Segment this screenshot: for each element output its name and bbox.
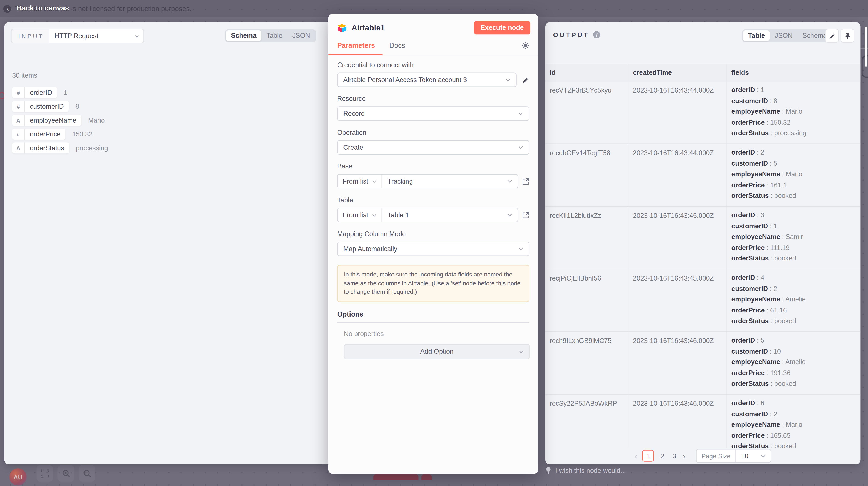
field-kv-line: orderID : 6	[732, 400, 857, 406]
field-separator: :	[755, 211, 761, 219]
field-kv-line: orderPrice : 165.65	[732, 432, 857, 439]
zoom-out-button[interactable]	[78, 464, 96, 482]
zoom-in-button[interactable]	[57, 464, 75, 482]
tab-parameters[interactable]: Parameters	[337, 41, 375, 55]
field-value: processing	[774, 129, 806, 137]
edit-credential-pencil-icon[interactable]	[522, 76, 529, 84]
cell-createdtime: 2023-10-16T16:43:46.000Z	[628, 332, 727, 394]
cell-id: recVTZF3rB5Yc5kyu	[546, 81, 628, 143]
chevron-down-icon	[372, 180, 376, 183]
chevron-down-icon	[505, 78, 510, 82]
field-value: Mario	[786, 170, 802, 178]
chevron-down-icon	[518, 146, 523, 149]
input-source-select[interactable]: HTTP Request	[49, 29, 143, 42]
field-key: orderPrice	[732, 431, 765, 439]
field-value: Samir	[786, 233, 803, 240]
node-settings-gear-button[interactable]	[522, 41, 529, 55]
field-kv-line: employeeName : Samir	[732, 233, 857, 240]
table-select[interactable]: Table 1	[382, 208, 518, 222]
resource-label: Resource	[337, 95, 529, 103]
field-key: customerID	[732, 285, 768, 292]
operation-select[interactable]: Create	[337, 140, 529, 155]
next-page-chevron-icon[interactable]: ›	[683, 452, 685, 460]
wish-feedback-link[interactable]: I wish this node would...	[546, 466, 626, 474]
credential-select[interactable]: Airtable Personal Access Token account 3	[337, 73, 517, 87]
pin-data-button[interactable]	[840, 29, 855, 42]
field-kv-line: employeeName : Amelie	[732, 359, 857, 365]
back-to-canvas-button[interactable]: ← Back to canvas	[5, 4, 69, 12]
open-table-external-link-icon[interactable]	[522, 211, 529, 219]
column-header-createdtime: createdTime	[628, 64, 727, 81]
schema-field-name[interactable]: orderPrice	[25, 128, 66, 140]
avatar[interactable]: AU	[9, 468, 27, 486]
field-kv-line: customerID : 5	[732, 160, 857, 167]
schema-field-value: processing	[76, 144, 108, 152]
credential-value: Airtable Personal Access Token account 3	[343, 76, 467, 84]
table-mode-select[interactable]: From list	[338, 208, 382, 222]
schema-field-name[interactable]: employeeName	[25, 115, 81, 126]
field-kv-line: orderID : 4	[732, 274, 857, 281]
field-value: booked	[774, 317, 796, 325]
field-separator: :	[765, 306, 770, 314]
field-value: 10	[773, 347, 781, 355]
schema-field-name[interactable]: orderStatus	[25, 142, 69, 153]
output-info-icon[interactable]: i	[593, 31, 600, 38]
tab-schema[interactable]: Schema	[226, 30, 261, 41]
field-kv-line: customerID : 8	[732, 97, 857, 104]
field-separator: :	[769, 129, 774, 137]
page-size-value: 10	[741, 452, 748, 460]
cell-id: rech9ILxnGB9lMC75	[546, 332, 628, 394]
execute-node-button[interactable]: Execute node	[474, 21, 530, 34]
schema-field-name[interactable]: customerID	[25, 101, 69, 112]
edit-output-button[interactable]	[825, 29, 839, 42]
page-1-button[interactable]: 1	[642, 450, 654, 462]
add-option-button[interactable]: Add Option	[344, 344, 530, 359]
resource-select[interactable]: Record	[337, 106, 529, 121]
page-size-control: Page Size 10	[696, 449, 771, 463]
base-select[interactable]: Tracking	[382, 175, 518, 188]
input-source-selector[interactable]: INPUT HTTP Request	[11, 29, 144, 43]
cell-createdtime: 2023-10-16T16:43:45.000Z	[628, 207, 727, 269]
field-key: orderPrice	[732, 244, 765, 251]
chevron-down-icon	[519, 350, 524, 354]
lightbulb-icon	[546, 466, 552, 474]
table-row: recVTZF3rB5Yc5kyu2023-10-16T16:43:44.000…	[546, 81, 860, 144]
page-3-button[interactable]: 3	[671, 452, 678, 460]
field-kv-line: customerID : 2	[732, 410, 857, 417]
schema-field-row: AemployeeNameMario	[12, 115, 108, 126]
field-value: booked	[774, 254, 796, 262]
input-items-count: 30 items	[12, 72, 37, 79]
field-value: 2	[773, 285, 777, 292]
field-separator: :	[780, 233, 786, 240]
page-2-button[interactable]: 2	[659, 452, 666, 460]
field-key: orderID	[732, 274, 755, 281]
schema-field-row: AorderStatusprocessing	[12, 142, 108, 153]
tab-docs[interactable]: Docs	[389, 41, 405, 55]
zoom-to-fit-button[interactable]	[36, 464, 54, 482]
field-key: orderStatus	[732, 317, 769, 325]
mapping-mode-select[interactable]: Map Automatically	[337, 242, 529, 256]
field-separator: :	[769, 442, 774, 448]
field-value: booked	[774, 192, 796, 200]
tab-table[interactable]: Table	[743, 30, 770, 41]
cell-createdtime: 2023-10-16T16:43:44.000Z	[628, 144, 727, 206]
field-value: 2	[773, 410, 777, 418]
schema-field-name[interactable]: orderID	[25, 87, 57, 98]
tab-json[interactable]: JSON	[287, 30, 315, 41]
chevron-down-icon	[518, 112, 523, 115]
cell-fields: orderID : 1customerID : 8employeeName : …	[727, 81, 861, 143]
cell-fields: orderID : 2customerID : 5employeeName : …	[727, 144, 861, 206]
field-value: 5	[773, 160, 777, 167]
tab-json[interactable]: JSON	[770, 30, 798, 41]
field-value: 6	[761, 399, 764, 407]
page-size-select[interactable]: 10	[736, 450, 771, 462]
prev-page-chevron-icon[interactable]: ‹	[634, 452, 637, 460]
open-base-external-link-icon[interactable]	[522, 177, 529, 185]
tab-table[interactable]: Table	[261, 30, 287, 41]
field-separator: :	[780, 108, 786, 115]
field-key: customerID	[732, 410, 768, 418]
field-kv-line: orderID : 3	[732, 212, 857, 218]
base-mode-select[interactable]: From list	[338, 175, 382, 188]
scrollbar-thumb[interactable]	[865, 27, 867, 66]
field-separator: :	[768, 285, 773, 292]
